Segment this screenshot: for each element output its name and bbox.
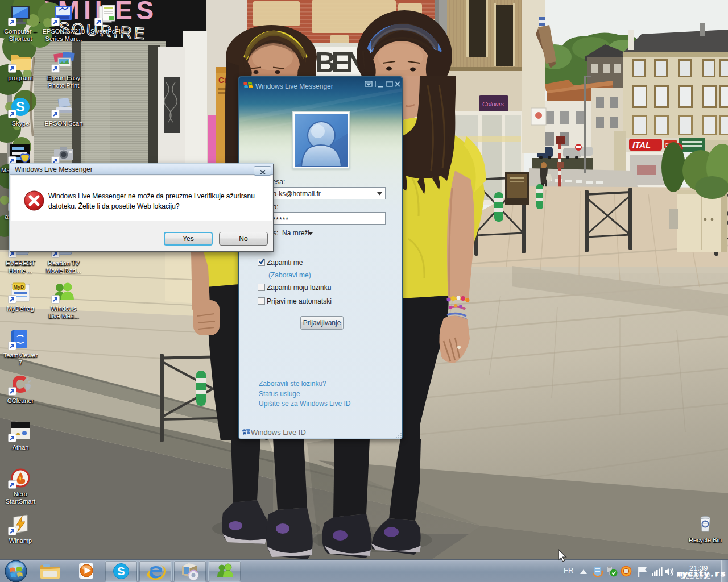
svg-text:S: S bbox=[16, 99, 24, 114]
svg-text:ITAL: ITAL bbox=[632, 140, 651, 149]
svg-text:MyD: MyD bbox=[13, 284, 24, 290]
svg-text:Colours: Colours bbox=[482, 101, 504, 107]
svg-text:S: S bbox=[117, 565, 125, 577]
